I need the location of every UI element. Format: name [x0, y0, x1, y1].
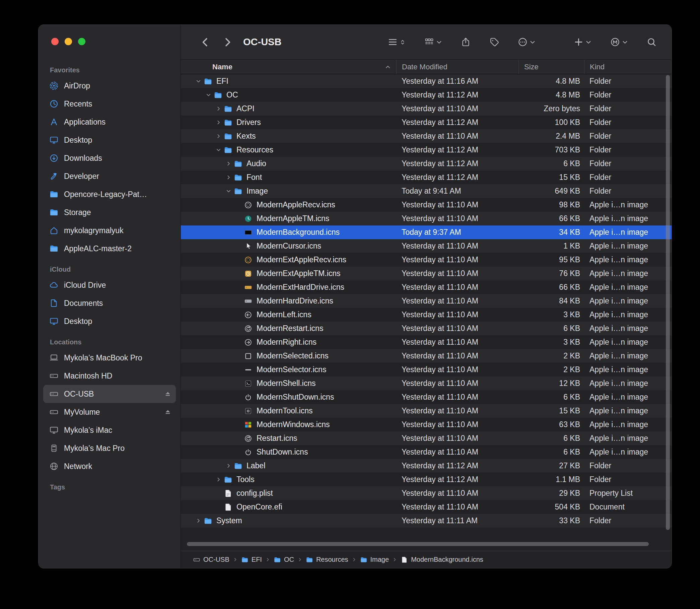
column-header-date-modified[interactable]: Date Modified — [396, 59, 519, 74]
disclosure-triangle-icon[interactable] — [204, 91, 213, 99]
sidebar-item-myvolume[interactable]: MyVolume — [43, 403, 176, 421]
new-item-button[interactable] — [573, 37, 592, 47]
file-row-moderntool-icns[interactable]: ModernTool.icnsYesterday at 11:10 AM15 K… — [181, 404, 671, 418]
sidebar-item-applications[interactable]: Applications — [43, 113, 176, 131]
file-row-config-plist[interactable]: config.plistYesterday at 11:10 AM29 KBPr… — [181, 486, 671, 500]
file-row-font[interactable]: FontYesterday at 11:12 AM15 KBFolder — [181, 171, 671, 184]
view-options-button[interactable] — [387, 37, 406, 47]
column-header-name[interactable]: Name — [181, 59, 396, 74]
breadcrumb-item-oc[interactable]: OC — [274, 556, 294, 563]
sidebar-item-desktop[interactable]: Desktop — [43, 312, 176, 330]
file-row-modernleft-icns[interactable]: ModernLeft.icnsYesterday at 11:10 AM3 KB… — [181, 308, 671, 321]
tags-button[interactable] — [489, 37, 500, 47]
disclosure-triangle-icon[interactable] — [214, 105, 223, 112]
disclosure-triangle-icon[interactable] — [214, 119, 223, 126]
file-row-shutdown-icns[interactable]: ShutDown.icnsYesterday at 11:10 AM6 KBAp… — [181, 445, 671, 459]
sidebar-item-mykola-s-mac-pro[interactable]: Mykola’s Mac Pro — [43, 439, 176, 457]
breadcrumb-item-image[interactable]: Image — [360, 556, 389, 563]
file-row-modernbackground-icns[interactable]: ModernBackground.icnsToday at 9:37 AM34 … — [181, 225, 671, 239]
file-row-modernselector-icns[interactable]: ModernSelector.icnsYesterday at 11:10 AM… — [181, 363, 671, 377]
file-row-efi[interactable]: EFIYesterday at 11:16 AM4.8 MBFolder — [181, 74, 671, 88]
file-row-audio[interactable]: AudioYesterday at 11:12 AM6 KBFolder — [181, 157, 671, 171]
file-date: Yesterday at 11:10 AM — [396, 255, 519, 264]
sidebar-item-recents[interactable]: Recents — [43, 95, 176, 113]
file-row-drivers[interactable]: DriversYesterday at 11:12 AM100 KBFolder — [181, 116, 671, 129]
disclosure-triangle-icon[interactable] — [224, 462, 233, 470]
sidebar-item-oc-usb[interactable]: OC-USB — [43, 385, 176, 403]
sidebar-item-downloads[interactable]: Downloads — [43, 149, 176, 167]
sidebar-item-mykola-s-imac[interactable]: Mykola’s iMac — [43, 421, 176, 439]
group-by-button[interactable] — [424, 37, 442, 47]
disclosure-triangle-icon[interactable] — [214, 133, 223, 140]
sidebar-item-applealc-master-2[interactable]: AppleALC-master-2 — [43, 240, 176, 258]
disclosure-triangle-icon[interactable] — [214, 146, 223, 154]
file-row-moderncursor-icns[interactable]: ModernCursor.icnsYesterday at 11:10 AM1 … — [181, 239, 671, 253]
file-name: Kexts — [237, 132, 256, 141]
file-row-modernextharddrive-icns[interactable]: ModernExtHardDrive.icnsYesterday at 11:1… — [181, 280, 671, 294]
breadcrumb-item-efi[interactable]: EFI — [241, 556, 262, 563]
vertical-scrollbar[interactable] — [666, 75, 670, 530]
breadcrumb-item-resources[interactable]: Resources — [306, 556, 348, 563]
indent-spacer — [234, 449, 243, 456]
file-row-kexts[interactable]: KextsYesterday at 11:10 AM2.4 MBFolder — [181, 129, 671, 143]
more-actions-button[interactable] — [518, 37, 536, 47]
sidebar-item-documents[interactable]: Documents — [43, 294, 176, 312]
column-header-kind[interactable]: Kind — [584, 59, 671, 74]
sidebar-item-icloud-drive[interactable]: iCloud Drive — [43, 276, 176, 294]
sidebar-item-opencore-legacy-pat[interactable]: Opencore-Legacy-Pat… — [43, 185, 176, 203]
file-size: 6 KB — [519, 434, 584, 443]
sidebar-item-storage[interactable]: Storage — [43, 203, 176, 222]
applications-icon — [49, 117, 58, 127]
sidebar-item-airdrop[interactable]: AirDrop — [43, 77, 176, 95]
zoom-button[interactable] — [78, 38, 85, 45]
file-name-cell: Font — [181, 173, 396, 182]
close-button[interactable] — [51, 38, 58, 45]
file-row-modernright-icns[interactable]: ModernRight.icnsYesterday at 11:10 AM3 K… — [181, 335, 671, 349]
file-row-resources[interactable]: ResourcesYesterday at 11:12 AM703 KBFold… — [181, 143, 671, 157]
file-row-modernshutdown-icns[interactable]: ModernShutDown.icnsYesterday at 11:10 AM… — [181, 390, 671, 404]
file-row-image[interactable]: ImageToday at 9:41 AM649 KBFolder — [181, 184, 671, 198]
file-row-modernappletm-icns[interactable]: ModernAppleTM.icnsYesterday at 11:10 AM6… — [181, 212, 671, 225]
minimize-button[interactable] — [65, 38, 72, 45]
file-row-modernharddrive-icns[interactable]: ModernHardDrive.icnsYesterday at 11:10 A… — [181, 294, 671, 308]
sidebar-item-mykola-s-macbook-pro[interactable]: Mykola’s MacBook Pro — [43, 349, 176, 367]
file-row-modernextappletm-icns[interactable]: ModernExtAppleTM.icnsYesterday at 11:10 … — [181, 267, 671, 280]
sidebar-item-mykolagrymalyuk[interactable]: mykolagrymalyuk — [43, 222, 176, 240]
file-name: ModernSelected.icns — [257, 351, 329, 361]
disclosure-triangle-icon[interactable] — [224, 160, 233, 168]
disclosure-triangle-icon[interactable] — [224, 174, 233, 181]
file-name: ModernExtAppleRecv.icns — [257, 255, 346, 264]
sidebar-item-developer[interactable]: Developer — [43, 167, 176, 185]
file-row-modernshell-icns[interactable]: ModernShell.icnsYesterday at 11:10 AM12 … — [181, 377, 671, 390]
file-row-modernwindows-icns[interactable]: ModernWindows.icnsYesterday at 11:10 AM6… — [181, 418, 671, 432]
sidebar-item-desktop[interactable]: Desktop — [43, 131, 176, 149]
sidebar-item-macintosh-hd[interactable]: Macintosh HD — [43, 367, 176, 385]
file-row-system[interactable]: SystemYesterday at 11:11 AM33 KBFolder — [181, 514, 671, 527]
file-row-modernapplerecv-icns[interactable]: ModernAppleRecv.icnsYesterday at 11:10 A… — [181, 198, 671, 212]
file-row-modernselected-icns[interactable]: ModernSelected.icnsYesterday at 11:10 AM… — [181, 349, 671, 363]
share-button[interactable] — [460, 37, 471, 47]
disclosure-triangle-icon[interactable] — [194, 517, 203, 525]
forward-button[interactable] — [222, 36, 233, 48]
file-row-modernextapplerecv-icns[interactable]: ModernExtAppleRecv.icnsYesterday at 11:1… — [181, 253, 671, 267]
file-row-modernrestart-icns[interactable]: ModernRestart.icnsYesterday at 11:10 AM6… — [181, 321, 671, 335]
file-row-label[interactable]: LabelYesterday at 11:12 AM27 KBFolder — [181, 459, 671, 473]
file-row-acpi[interactable]: ACPIYesterday at 11:10 AMZero bytesFolde… — [181, 102, 671, 116]
breadcrumb-item-modernbackground-icns[interactable]: ModernBackground.icns — [401, 556, 483, 563]
cloud-icon — [49, 280, 58, 290]
search-button[interactable] — [646, 37, 657, 47]
disclosure-triangle-icon[interactable] — [194, 78, 203, 85]
horizontal-scrollbar[interactable] — [187, 542, 649, 546]
account-button[interactable] — [610, 37, 628, 47]
file-row-tools[interactable]: ToolsYesterday at 11:12 AM1.1 MBFolder — [181, 473, 671, 486]
back-button[interactable] — [199, 36, 211, 48]
file-row-oc[interactable]: OCYesterday at 11:12 AM4.8 MBFolder — [181, 88, 671, 102]
sidebar-item-network[interactable]: Network — [43, 457, 176, 475]
disclosure-triangle-icon[interactable] — [224, 188, 233, 195]
breadcrumb-item-oc-usb[interactable]: OC-USB — [193, 556, 229, 563]
file-row-restart-icns[interactable]: Restart.icnsYesterday at 11:10 AM6 KBApp… — [181, 432, 671, 445]
disclosure-triangle-icon[interactable] — [214, 476, 223, 483]
column-header-size[interactable]: Size — [519, 59, 584, 74]
file-name: Label — [246, 461, 265, 470]
file-row-opencore-efi[interactable]: OpenCore.efiYesterday at 11:10 AM504 KBD… — [181, 500, 671, 514]
